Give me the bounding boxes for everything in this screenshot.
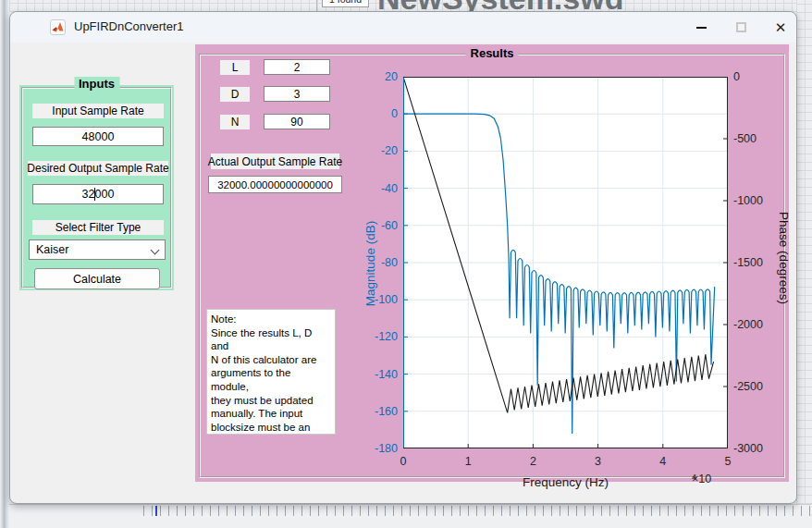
D-label: D: [220, 87, 250, 102]
close-button[interactable]: ✕: [763, 12, 797, 43]
filter-type-dropdown[interactable]: Kaiser: [29, 239, 166, 260]
close-icon: ✕: [775, 19, 787, 36]
tick-label: -1500: [733, 256, 763, 269]
tick-label: 0: [400, 455, 407, 468]
right-y-axis-label: Phase (degrees): [776, 193, 791, 323]
tick-label: 0: [733, 70, 740, 83]
tick-label: 2: [530, 455, 536, 468]
tick-label: -2000: [733, 318, 763, 331]
filter-type-label: Select Filter Type: [32, 220, 164, 235]
desired-output-rate-value: 32000: [82, 188, 115, 201]
note-text: Note: Since the results L, D and N of th…: [206, 309, 336, 435]
inputs-legend: Inputs: [74, 77, 119, 91]
background-timeline-ruler: [9, 504, 812, 528]
tick-label: -180: [359, 442, 398, 455]
tick-label: -140: [359, 368, 398, 381]
exponent-base: ×10: [692, 473, 711, 485]
actual-output-rate-field[interactable]: [208, 176, 342, 193]
desired-output-rate-field[interactable]: 32000: [32, 184, 164, 204]
tick-label: -100: [359, 293, 398, 306]
D-field[interactable]: [264, 86, 330, 102]
minimize-icon: [696, 27, 707, 29]
background-canvas-strip: [796, 0, 812, 504]
N-field[interactable]: [264, 114, 330, 129]
upfirdn-converter-window: UpFIRDnConverter1 ✕ Inputs Input Sample …: [9, 11, 797, 504]
maximize-icon: [736, 22, 746, 32]
frequency-response-plot: Frequency (Hz) ×104 Magnitude (dB) Phase…: [360, 66, 797, 493]
tick-label: -1000: [733, 194, 763, 207]
tick-label: 4: [659, 455, 666, 468]
results-legend: Results: [466, 46, 519, 60]
input-sample-rate-label: Input Sample Rate: [32, 104, 164, 118]
maximize-button[interactable]: [723, 12, 758, 43]
calculate-button[interactable]: Calculate: [34, 268, 160, 289]
tick-label: 0: [359, 107, 398, 120]
tick-label: 3: [595, 455, 601, 468]
title-bar[interactable]: UpFIRDnConverter1 ✕: [10, 12, 796, 43]
actual-output-rate-label: Actual Output Sample Rate: [211, 153, 339, 169]
tick-label: 5: [725, 455, 732, 468]
search-result-count: 1 found: [322, 0, 369, 7]
ruler-ticks: [143, 506, 812, 516]
L-label: L: [220, 60, 250, 75]
input-sample-rate-field[interactable]: [32, 127, 164, 146]
tick-label: 1: [465, 455, 472, 468]
desired-output-rate-label: Desired Output Sample Rate: [28, 161, 168, 176]
x-axis-label: Frequency (Hz): [403, 475, 728, 489]
tick-label: -20: [359, 144, 398, 157]
filter-type-value: Kaiser: [36, 243, 68, 256]
tick-label: -40: [359, 182, 398, 195]
tick-label: -3000: [733, 442, 763, 455]
tick-label: -120: [359, 330, 398, 343]
minimize-button[interactable]: [683, 12, 719, 43]
x-axis-exponent: ×104: [692, 473, 696, 487]
ruler-playhead: [155, 506, 157, 516]
tick-label: 20: [359, 70, 398, 83]
tick-label: -2500: [733, 380, 763, 393]
chevron-down-icon: [151, 246, 160, 255]
plot-axes: [403, 77, 728, 448]
tick-label: -160: [359, 405, 398, 418]
tick-label: -80: [359, 256, 398, 269]
matlab-icon: [50, 19, 66, 35]
L-field[interactable]: [264, 59, 330, 75]
text-caret: [94, 188, 95, 201]
tick-label: -60: [359, 219, 398, 232]
N-label: N: [220, 115, 250, 129]
background-left-edge: [0, 0, 9, 528]
inputs-panel: Inputs Input Sample Rate Desired Output …: [19, 85, 174, 290]
tick-label: -500: [733, 132, 757, 145]
window-title: UpFIRDnConverter1: [74, 19, 184, 33]
